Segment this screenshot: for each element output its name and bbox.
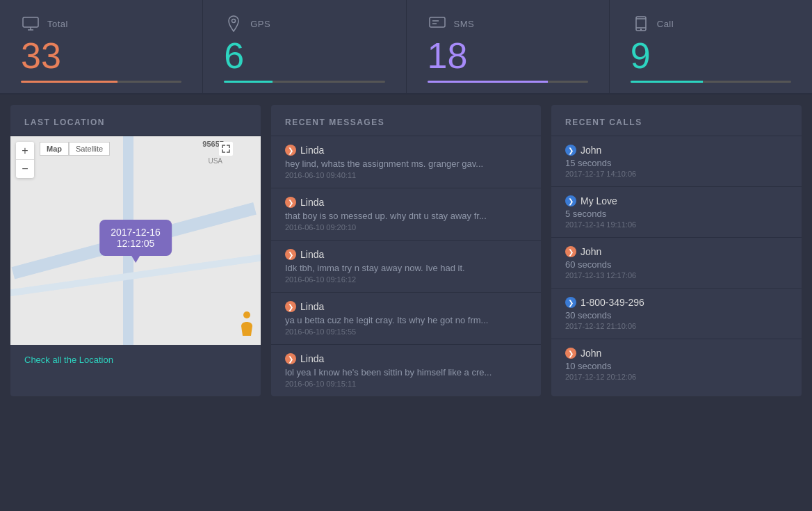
message-direction-icon: ❯ [285, 353, 296, 364]
message-contact-row: ❯ Linda [285, 249, 527, 260]
message-direction-icon: ❯ [285, 301, 296, 312]
message-text: ya u betta cuz he legit cray. Its why he… [285, 315, 494, 325]
message-time: 2016-06-10 09:40:11 [285, 171, 527, 179]
message-item: ❯ Linda hey lind, whats the assignment m… [271, 136, 541, 188]
person-icon [238, 311, 255, 327]
map-type-map-button[interactable]: Map [40, 142, 69, 156]
call-item: ❯ 1-800-349-296 30 seconds 2017-12-12 21… [551, 289, 802, 339]
message-icon [428, 14, 447, 33]
message-direction-icon: ❯ [285, 197, 296, 208]
call-time: 2017-12-12 20:12:06 [565, 373, 788, 381]
call-item: ❯ John 60 seconds 2017-12-13 12:17:06 [551, 238, 802, 289]
zoom-in-button[interactable]: + [16, 142, 34, 160]
message-text: Idk tbh, imma try n stay away now. Ive h… [285, 263, 494, 273]
stat-label-gps: GPS [250, 19, 270, 29]
check-location-link[interactable]: Check all the Location [10, 345, 261, 375]
call-contact-row: ❯ My Love [565, 195, 788, 206]
call-contact-name: John [580, 246, 601, 257]
recent-messages-panel: RECENT MESSAGES ❯ Linda hey lind, whats … [271, 105, 541, 396]
call-time: 2017-12-17 14:10:06 [565, 170, 788, 178]
stat-bar-sms [428, 81, 588, 83]
call-duration: 30 seconds [565, 310, 788, 321]
call-duration: 60 seconds [565, 259, 788, 270]
stat-label-total: Total [47, 19, 68, 29]
phone-icon [631, 14, 650, 33]
message-contact-name: Linda [300, 249, 324, 260]
map-pin-icon [224, 14, 243, 33]
call-direction-icon: ❯ [565, 145, 576, 156]
message-contact-row: ❯ Linda [285, 353, 527, 364]
map-type-satellite-button[interactable]: Satellite [69, 142, 110, 156]
stat-label-sms: SMS [454, 19, 475, 29]
call-time: 2017-12-13 12:17:06 [565, 271, 788, 279]
call-contact-name: John [580, 145, 601, 156]
message-contact-name: Linda [300, 145, 324, 156]
recent-calls-panel: RECENT CALLS ❯ John 15 seconds 2017-12-1… [551, 105, 802, 396]
call-contact-row: ❯ John [565, 145, 788, 156]
stat-value-sms: 18 [428, 38, 588, 74]
message-text: that boy is so messed up. why dnt u stay… [285, 211, 494, 221]
stat-label-call: Call [657, 19, 674, 29]
call-time: 2017-12-12 21:10:06 [565, 322, 788, 330]
message-item: ❯ Linda lol yea I know he's been sittin … [271, 345, 541, 396]
stat-bar-call [631, 81, 791, 83]
messages-list: ❯ Linda hey lind, whats the assignment m… [271, 136, 541, 396]
map-container: 95657, USA 2017-12-16 12:12:05 + − Map [10, 136, 261, 345]
message-text: hey lind, whats the assignment ms. grang… [285, 159, 494, 169]
map-marker: 2017-12-16 12:12:05 [99, 220, 172, 256]
last-location-title: LAST LOCATION [10, 105, 261, 136]
map-country-label: USA [208, 157, 222, 165]
main-content: LAST LOCATION 95657, USA 2017-12-16 12:1… [0, 95, 812, 407]
marker-bubble: 2017-12-16 12:12:05 [99, 220, 172, 256]
call-duration: 5 seconds [565, 209, 788, 219]
stat-card-total: Total 33 [0, 0, 203, 93]
call-item: ❯ John 10 seconds 2017-12-12 20:12:06 [551, 339, 802, 389]
stat-card-sms: SMS 18 [407, 0, 610, 93]
zoom-out-button[interactable]: − [16, 160, 34, 178]
message-direction-icon: ❯ [285, 145, 296, 156]
message-time: 2016-06-10 09:15:55 [285, 327, 527, 336]
stat-bar-total [21, 81, 181, 83]
svg-rect-4 [430, 17, 445, 27]
calls-list: ❯ John 15 seconds 2017-12-17 14:10:06 ❯ … [551, 136, 802, 389]
call-direction-icon: ❯ [565, 246, 576, 257]
call-item: ❯ My Love 5 seconds 2017-12-14 19:11:06 [551, 187, 802, 238]
call-contact-row: ❯ John [565, 246, 788, 257]
stat-value-total: 33 [21, 38, 181, 74]
message-contact-name: Linda [300, 197, 324, 208]
map-type-controls: Map Satellite [40, 142, 110, 156]
message-time: 2016-06-10 09:20:10 [285, 223, 527, 232]
message-contact-row: ❯ Linda [285, 197, 527, 208]
stat-card-call: Call 9 [610, 0, 812, 93]
message-contact-row: ❯ Linda [285, 301, 527, 312]
map-background: 95657, USA 2017-12-16 12:12:05 + − Map [10, 136, 261, 345]
call-direction-icon: ❯ [565, 297, 576, 308]
message-item: ❯ Linda that boy is so messed up. why dn… [271, 188, 541, 241]
message-item: ❯ Linda Idk tbh, imma try n stay away no… [271, 241, 541, 293]
call-contact-name: John [580, 348, 601, 359]
recent-messages-title: RECENT MESSAGES [271, 105, 541, 136]
message-time: 2016-06-10 09:16:12 [285, 275, 527, 284]
call-duration: 10 seconds [565, 361, 788, 371]
message-text: lol yea I know he's been sittin by himse… [285, 367, 494, 378]
call-duration: 15 seconds [565, 158, 788, 168]
message-direction-icon: ❯ [285, 249, 296, 260]
marker-time: 12:12:05 [111, 238, 161, 249]
svg-rect-0 [23, 17, 38, 27]
call-direction-icon: ❯ [565, 195, 576, 206]
call-contact-name: 1-800-349-296 [580, 297, 644, 308]
call-direction-icon: ❯ [565, 348, 576, 359]
call-item: ❯ John 15 seconds 2017-12-17 14:10:06 [551, 136, 802, 187]
call-contact-row: ❯ 1-800-349-296 [565, 297, 788, 308]
message-contact-row: ❯ Linda [285, 145, 527, 156]
message-contact-name: Linda [300, 353, 324, 364]
message-time: 2016-06-10 09:15:11 [285, 380, 527, 388]
map-expand-button[interactable] [219, 142, 233, 156]
last-location-panel: LAST LOCATION 95657, USA 2017-12-16 12:1… [10, 105, 261, 396]
call-time: 2017-12-14 19:11:06 [565, 220, 788, 229]
stats-bar: Total 33 GPS 6 SM [0, 0, 812, 95]
map-zoom-controls: + − [16, 142, 34, 178]
svg-point-11 [243, 311, 250, 318]
call-contact-row: ❯ John [565, 348, 788, 359]
stat-bar-gps [224, 81, 384, 83]
